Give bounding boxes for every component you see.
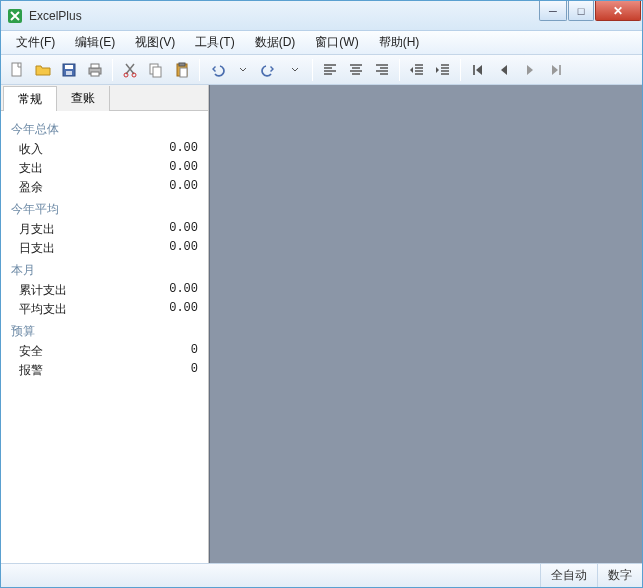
close-button[interactable]: ✕: [595, 1, 641, 21]
row-label: 月支出: [19, 221, 169, 238]
toolbar-separator: [312, 59, 313, 81]
align-center-icon: [348, 62, 364, 78]
sidebar-tabs: 常规 查账: [1, 85, 208, 111]
undo-button[interactable]: [205, 58, 229, 82]
align-center-button[interactable]: [344, 58, 368, 82]
list-item: 安全0: [1, 342, 208, 361]
redo-icon: [261, 62, 277, 78]
open-button[interactable]: [31, 58, 55, 82]
menubar: 文件(F) 编辑(E) 视图(V) 工具(T) 数据(D) 窗口(W) 帮助(H…: [1, 31, 642, 55]
toolbar-separator: [112, 59, 113, 81]
workspace[interactable]: [209, 85, 642, 563]
list-item: 月支出0.00: [1, 220, 208, 239]
first-button[interactable]: [466, 58, 490, 82]
status-spacer: [1, 564, 540, 587]
row-label: 报警: [19, 362, 191, 379]
row-value: 0: [191, 362, 198, 379]
status-label: 全自动: [551, 567, 587, 584]
chevron-down-icon: [291, 62, 299, 78]
titlebar[interactable]: ExcelPlus ─ □ ✕: [1, 1, 642, 31]
prev-button[interactable]: [492, 58, 516, 82]
print-icon: [87, 62, 103, 78]
undo-dropdown[interactable]: [231, 58, 255, 82]
list-item: 收入0.00: [1, 140, 208, 159]
copy-button[interactable]: [144, 58, 168, 82]
row-value: 0.00: [169, 301, 198, 318]
row-label: 支出: [19, 160, 169, 177]
chevron-down-icon: [239, 62, 247, 78]
print-button[interactable]: [83, 58, 107, 82]
close-icon: ✕: [613, 4, 623, 18]
redo-button[interactable]: [257, 58, 281, 82]
align-left-button[interactable]: [318, 58, 342, 82]
row-value: 0: [191, 343, 198, 360]
sidebar-tab-label: 查账: [71, 91, 95, 105]
svg-rect-13: [179, 63, 185, 66]
toolbar-separator: [399, 59, 400, 81]
row-label: 日支出: [19, 240, 169, 257]
body: 常规 查账 今年总体 收入0.00 支出0.00 盈余0.00 今年平均 月支出…: [1, 85, 642, 563]
sidebar-body: 今年总体 收入0.00 支出0.00 盈余0.00 今年平均 月支出0.00 日…: [1, 111, 208, 563]
row-value: 0.00: [169, 221, 198, 238]
group-header: 今年总体: [1, 117, 208, 140]
outdent-button[interactable]: [405, 58, 429, 82]
menu-tools[interactable]: 工具(T): [186, 31, 243, 54]
next-icon: [522, 62, 538, 78]
svg-rect-4: [66, 71, 72, 75]
statusbar: 全自动 数字: [1, 563, 642, 587]
group-header: 本月: [1, 258, 208, 281]
outdent-icon: [409, 62, 425, 78]
window-title: ExcelPlus: [29, 9, 538, 23]
redo-dropdown[interactable]: [283, 58, 307, 82]
sidebar-tab-general[interactable]: 常规: [3, 86, 57, 111]
list-item: 平均支出0.00: [1, 300, 208, 319]
menu-file[interactable]: 文件(F): [7, 31, 64, 54]
menu-edit[interactable]: 编辑(E): [66, 31, 124, 54]
cut-icon: [122, 62, 138, 78]
align-right-button[interactable]: [370, 58, 394, 82]
status-auto[interactable]: 全自动: [540, 564, 597, 587]
next-button[interactable]: [518, 58, 542, 82]
app-icon: [7, 8, 23, 24]
new-icon: [9, 62, 25, 78]
window-controls: ─ □ ✕: [538, 1, 641, 21]
sidebar: 常规 查账 今年总体 收入0.00 支出0.00 盈余0.00 今年平均 月支出…: [1, 85, 209, 563]
new-button[interactable]: [5, 58, 29, 82]
status-num[interactable]: 数字: [597, 564, 642, 587]
toolbar-separator: [460, 59, 461, 81]
open-icon: [35, 62, 51, 78]
row-value: 0.00: [169, 282, 198, 299]
group-header: 预算: [1, 319, 208, 342]
indent-button[interactable]: [431, 58, 455, 82]
svg-rect-3: [65, 65, 73, 69]
paste-button[interactable]: [170, 58, 194, 82]
row-label: 盈余: [19, 179, 169, 196]
row-label: 累计支出: [19, 282, 169, 299]
app-window: ExcelPlus ─ □ ✕ 文件(F) 编辑(E) 视图(V) 工具(T) …: [0, 0, 643, 588]
menu-data[interactable]: 数据(D): [246, 31, 305, 54]
sidebar-tab-audit[interactable]: 查账: [57, 86, 110, 111]
maximize-button[interactable]: □: [568, 1, 594, 21]
minimize-button[interactable]: ─: [539, 1, 567, 21]
sidebar-tab-label: 常规: [18, 92, 42, 106]
prev-icon: [496, 62, 512, 78]
paste-icon: [174, 62, 190, 78]
minimize-icon: ─: [549, 5, 557, 17]
svg-rect-14: [180, 68, 187, 77]
group-header: 今年平均: [1, 197, 208, 220]
cut-button[interactable]: [118, 58, 142, 82]
save-button[interactable]: [57, 58, 81, 82]
maximize-icon: □: [578, 5, 585, 17]
menu-view[interactable]: 视图(V): [126, 31, 184, 54]
indent-icon: [435, 62, 451, 78]
row-label: 平均支出: [19, 301, 169, 318]
row-value: 0.00: [169, 141, 198, 158]
last-button[interactable]: [544, 58, 568, 82]
svg-rect-7: [91, 72, 99, 76]
copy-icon: [148, 62, 164, 78]
last-icon: [548, 62, 564, 78]
svg-rect-11: [153, 67, 161, 77]
first-icon: [470, 62, 486, 78]
menu-help[interactable]: 帮助(H): [370, 31, 429, 54]
menu-window[interactable]: 窗口(W): [306, 31, 367, 54]
